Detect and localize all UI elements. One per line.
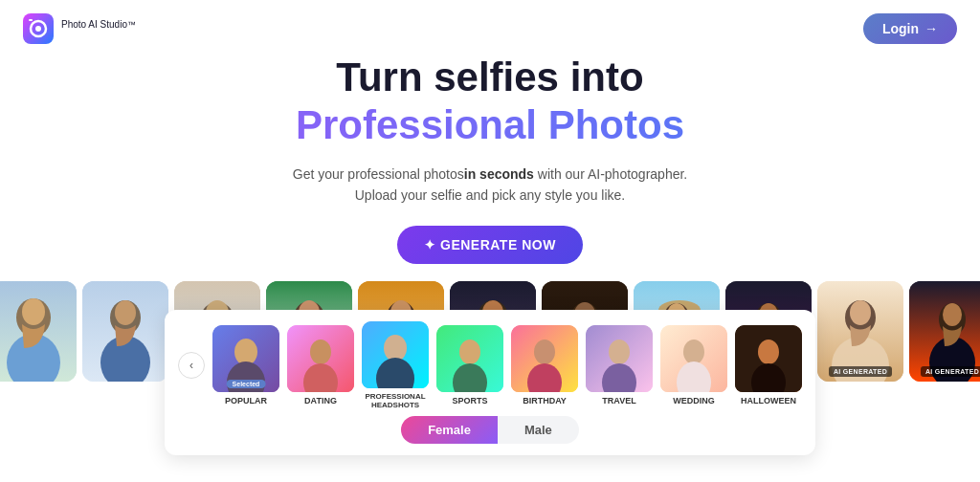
style-travel-label: TRAVEL [586,396,653,406]
style-card-halloween[interactable]: HALLOWEEN [735,325,802,406]
photo-card-2 [82,281,168,382]
photo-card-1 [0,281,77,382]
style-dating-img [287,325,354,392]
svg-point-11 [115,300,136,325]
logo: Photo AI Studio™ [23,13,136,44]
style-professional-label: PROFESSIONAL HEADSHOTS [362,392,429,410]
photo-card-11: AI GENERATED [909,281,980,382]
gender-row: Female Male [178,416,802,444]
svg-point-53 [310,340,331,364]
style-section: ‹ Selected POPULAR [165,310,815,455]
hero-title-top: Turn selfies into [0,54,980,101]
style-popular-img: Selected [212,325,279,392]
female-button[interactable]: Female [401,416,498,444]
photo-card-10: AI GENERATED [817,281,903,382]
style-birthday-img [511,325,578,392]
hero-title-bottom: Professional Photos [0,101,980,149]
style-prev-button[interactable]: ‹ [178,352,205,379]
style-card-birthday[interactable]: BIRTHDAY [511,325,578,406]
svg-point-50 [234,339,257,365]
style-card-travel[interactable]: TRAVEL [586,325,653,406]
svg-point-59 [459,340,480,364]
hero-subtitle: Get your professional photosin seconds w… [0,164,980,207]
arrow-right-icon: → [924,21,938,36]
style-wedding-img [660,325,727,392]
logo-text: Photo AI Studio™ [61,19,136,37]
svg-point-48 [943,303,962,326]
ai-badge-10: AI GENERATED [829,366,892,377]
style-travel-img [586,325,653,392]
svg-rect-3 [29,19,33,21]
style-wedding-label: WEDDING [660,396,727,406]
style-card-sports[interactable]: SPORTS [436,325,503,406]
style-popular-label: POPULAR [212,396,279,406]
male-button[interactable]: Male [498,416,579,444]
style-halloween-img [735,325,802,392]
header: Photo AI Studio™ Login → [0,0,980,57]
style-row: ‹ Selected POPULAR [178,321,802,410]
style-card-professional[interactable]: PROFESSIONAL HEADSHOTS [362,321,429,410]
svg-point-56 [384,335,407,362]
style-sports-img [436,325,503,392]
style-halloween-label: HALLOWEEN [735,396,802,406]
style-professional-img [362,321,429,388]
svg-point-62 [534,340,555,364]
selected-badge: Selected [227,380,266,388]
svg-point-7 [22,298,45,325]
svg-point-2 [35,26,41,32]
login-button[interactable]: Login → [863,13,957,44]
style-birthday-label: BIRTHDAY [511,396,578,406]
ai-badge-11: AI GENERATED [921,366,980,377]
style-card-wedding[interactable]: WEDDING [660,325,727,406]
style-sports-label: SPORTS [436,396,503,406]
logo-icon [23,13,54,44]
style-dating-label: DATING [287,396,354,406]
svg-point-65 [609,340,630,364]
svg-point-44 [850,300,871,325]
generate-now-button[interactable]: ✦ GENERATE NOW [397,226,583,264]
svg-point-71 [758,340,779,364]
svg-point-68 [683,340,704,364]
style-card-dating[interactable]: DATING [287,325,354,406]
style-card-popular[interactable]: Selected POPULAR [212,325,279,406]
